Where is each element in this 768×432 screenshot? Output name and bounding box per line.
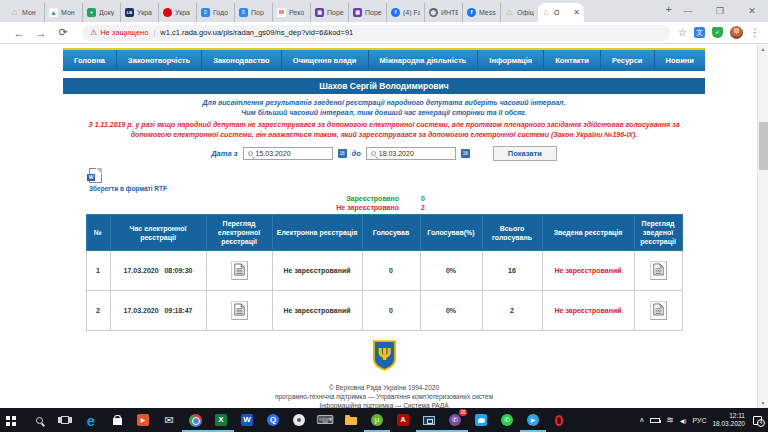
battery-icon[interactable] [650, 418, 660, 423]
browser-tab[interactable]: Мон ✕ [6, 3, 44, 22]
calendar-icon[interactable]: 18 [461, 149, 470, 158]
security-warning-icon[interactable]: ⚠ [90, 28, 97, 37]
rtf-file-icon: W [89, 168, 102, 183]
browser-tab[interactable]: Доку ✕ [82, 3, 120, 22]
back-icon[interactable]: ← [8, 27, 30, 39]
taskbar-icon[interactable]: 36 [442, 408, 468, 432]
taskbar-icon[interactable] [364, 408, 390, 432]
nav-item[interactable]: Ресурси [600, 50, 654, 71]
nav-item[interactable]: Очищення влади [281, 50, 368, 71]
row-number: 1 [86, 251, 110, 291]
nav-item[interactable]: Контакти [543, 50, 600, 71]
scrollbar-thumb[interactable] [759, 122, 768, 170]
browser-tab[interactable]: (4) Fa ✕ [386, 3, 424, 22]
tab-favicon [277, 8, 286, 17]
scroll-down-icon[interactable]: ▼ [758, 398, 768, 408]
browser-tab[interactable]: Поре ✕ [348, 3, 386, 22]
table-row: 2 17.03.2020 09:18:47 [86, 291, 682, 331]
language-indicator[interactable]: РУС [692, 417, 706, 424]
taskbar-icon[interactable] [286, 408, 312, 432]
voted-percent: 0% [420, 251, 482, 291]
tab-favicon [201, 8, 210, 17]
taskbar-icon[interactable] [234, 408, 260, 432]
taskbar-icon[interactable] [416, 408, 442, 432]
forward-icon[interactable]: → [30, 27, 52, 39]
table-header-cell: Всього голосувань [482, 215, 542, 251]
nav-item[interactable]: Головна [63, 50, 116, 71]
view-summary-button[interactable] [650, 261, 667, 280]
notification-center-icon[interactable]: 4 [753, 416, 762, 425]
date-to-input[interactable]: 18.03.2020 [366, 147, 456, 160]
search-icon [248, 151, 253, 156]
security-warning-label: Не защищено [100, 28, 148, 37]
clock[interactable]: 12:11 18.03.2020 [712, 412, 745, 428]
nav-item[interactable]: Новини [654, 50, 705, 71]
view-registration-button[interactable] [231, 301, 248, 320]
tab-favicon [429, 8, 438, 17]
bookmark-star-icon[interactable]: ☆ [678, 27, 687, 38]
tray-expand-icon[interactable]: ∧ [639, 416, 644, 424]
view-registration-button[interactable] [231, 261, 248, 280]
taskbar-icon[interactable] [52, 408, 78, 432]
close-button[interactable]: ✕ [736, 6, 768, 16]
nav-item[interactable]: Інформація [477, 50, 543, 71]
browser-tab[interactable]: Поре ✕ [310, 3, 348, 22]
browser-tab[interactable]: Офіц ✕ [500, 3, 538, 22]
summary-registration-status: Не зареєстрований [542, 251, 634, 291]
taskbar-icon[interactable] [26, 408, 52, 432]
date-from-input[interactable]: 15.03.2020 [243, 147, 333, 160]
reload-icon[interactable]: ⟳ [52, 26, 74, 39]
taskbar-icon[interactable] [78, 408, 104, 432]
profile-avatar[interactable] [730, 26, 743, 39]
taskbar-icon[interactable] [338, 408, 364, 432]
tab-close-icon[interactable]: ✕ [573, 9, 580, 17]
antivirus-extension-icon[interactable]: ✓ [712, 27, 723, 38]
browser-tab[interactable]: Мон ✕ [44, 3, 82, 22]
taskbar-icon[interactable] [520, 408, 546, 432]
browser-tab-strip: Мон ✕ Мон ✕ Доку ✕ Укра ✕ Укра ✕ Годо [0, 0, 768, 22]
svg-text:Ψ: Ψ [377, 345, 391, 364]
browser-tab[interactable]: Годо ✕ [196, 3, 234, 22]
view-summary-cell [634, 251, 682, 291]
window-controls: — ❐ ✕ [672, 0, 768, 22]
save-rtf-link[interactable]: W Зберегти в форматі RTF [63, 168, 183, 192]
browser-tab[interactable]: Укра ✕ [158, 3, 196, 22]
taskbar-icon[interactable] [156, 408, 182, 432]
minimize-button[interactable]: — [672, 6, 704, 16]
page-scrollbar[interactable]: ▲ ▼ [757, 44, 768, 408]
taskbar-icon[interactable] [546, 408, 572, 432]
scroll-up-icon[interactable]: ▲ [758, 44, 768, 54]
network-icon[interactable]: ≋ [666, 415, 674, 425]
show-button[interactable]: Показати [493, 146, 557, 161]
tab-favicon [505, 8, 514, 17]
browser-tab[interactable]: ИНТЕ ✕ [424, 3, 462, 22]
taskbar-icon[interactable] [208, 408, 234, 432]
taskbar-icon[interactable] [0, 408, 26, 432]
taskbar-icon[interactable] [130, 408, 156, 432]
browser-tab[interactable]: Mess ✕ [462, 3, 500, 22]
taskbar-icon[interactable] [312, 408, 338, 432]
tray-time: 12:11 [712, 412, 745, 420]
browser-tab[interactable]: О ✕ [538, 3, 584, 22]
address-bar[interactable]: ⚠ Не защищено | w1.c1.rada.gov.ua/pls/ra… [82, 25, 670, 41]
taskbar-icon[interactable] [104, 408, 130, 432]
translate-extension-icon[interactable]: 文 [694, 27, 705, 38]
nav-item[interactable]: Міжнародна діяльність [368, 50, 478, 71]
volume-icon[interactable]: ◀) [680, 417, 687, 424]
nav-item[interactable]: Законотворчість [116, 50, 201, 71]
nav-item[interactable]: Законодавство [201, 50, 281, 71]
browser-tab[interactable]: Укра ✕ [120, 3, 158, 22]
browser-tab[interactable]: Пор ✕ [234, 3, 272, 22]
browser-menu-icon[interactable]: ⋮ [750, 27, 760, 38]
taskbar-icon[interactable] [494, 408, 520, 432]
view-summary-button[interactable] [650, 301, 667, 320]
taskbar-icon[interactable] [260, 408, 286, 432]
taskbar-icon[interactable] [182, 408, 208, 432]
browser-tab[interactable]: Реко ✕ [272, 3, 310, 22]
tab-title: Поре [365, 9, 382, 16]
maximize-button[interactable]: ❐ [704, 6, 736, 16]
calendar-icon[interactable]: 18 [338, 149, 347, 158]
taskbar-icon[interactable] [390, 408, 416, 432]
notification-badge: 4 [757, 419, 765, 427]
taskbar-icon[interactable] [468, 408, 494, 432]
